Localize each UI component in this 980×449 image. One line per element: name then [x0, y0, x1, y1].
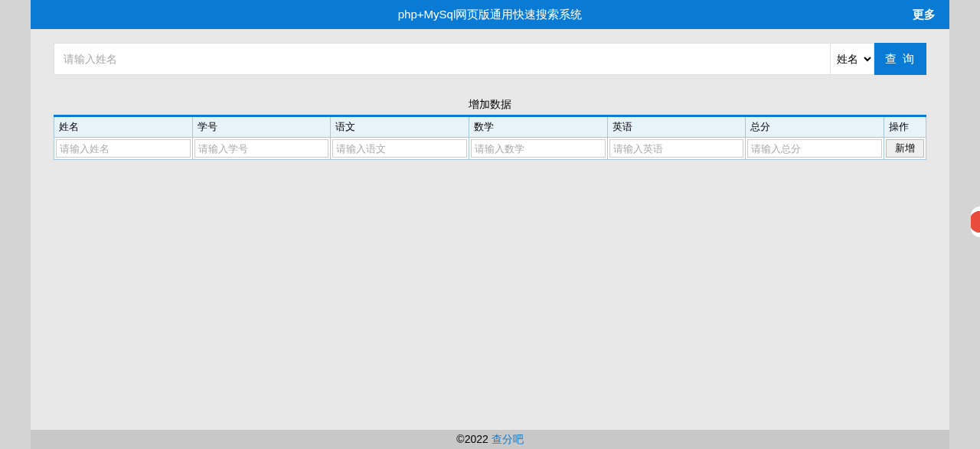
table-header-row: 姓名 学号 语文 数学 英语 总分 操作 [54, 116, 926, 138]
search-area: 姓名 查 询 [31, 29, 949, 75]
input-zongfen[interactable] [747, 139, 882, 158]
search-field-select[interactable]: 姓名 [831, 43, 874, 75]
input-yingyu[interactable] [609, 139, 744, 158]
input-shuxue[interactable] [471, 139, 606, 158]
input-name[interactable] [56, 139, 191, 158]
more-link[interactable]: 更多 [913, 8, 936, 22]
header-title: php+MySql网页版通用快速搜索系统 [398, 8, 582, 22]
footer-link[interactable]: 查分吧 [492, 433, 524, 445]
footer: ©2022 查分吧 [31, 430, 949, 449]
add-button[interactable]: 新增 [886, 139, 924, 158]
footer-copyright: ©2022 [456, 433, 491, 445]
side-badge-icon[interactable] [971, 207, 980, 237]
col-header-name: 姓名 [54, 116, 193, 138]
col-header-xuehao: 学号 [192, 116, 331, 138]
table-input-row: 新增 [54, 138, 926, 160]
data-table: 姓名 学号 语文 数学 英语 总分 操作 新增 [54, 115, 926, 160]
search-button[interactable]: 查 询 [874, 43, 926, 75]
add-data-title: 增加数据 [54, 98, 926, 112]
page-wrapper: php+MySql网页版通用快速搜索系统 更多 姓名 查 询 增加数据 姓名 学… [31, 0, 949, 430]
input-yuwen[interactable] [332, 139, 467, 158]
header-bar: php+MySql网页版通用快速搜索系统 更多 [31, 0, 949, 29]
add-data-section: 增加数据 姓名 学号 语文 数学 英语 总分 操作 [31, 98, 949, 160]
col-header-shuxue: 数学 [469, 116, 607, 138]
col-header-zongfen: 总分 [746, 116, 884, 138]
col-header-yingyu: 英语 [607, 116, 746, 138]
col-header-caozuo: 操作 [884, 116, 926, 138]
search-input[interactable] [54, 43, 831, 75]
col-header-yuwen: 语文 [331, 116, 469, 138]
input-xuehao[interactable] [194, 139, 329, 158]
